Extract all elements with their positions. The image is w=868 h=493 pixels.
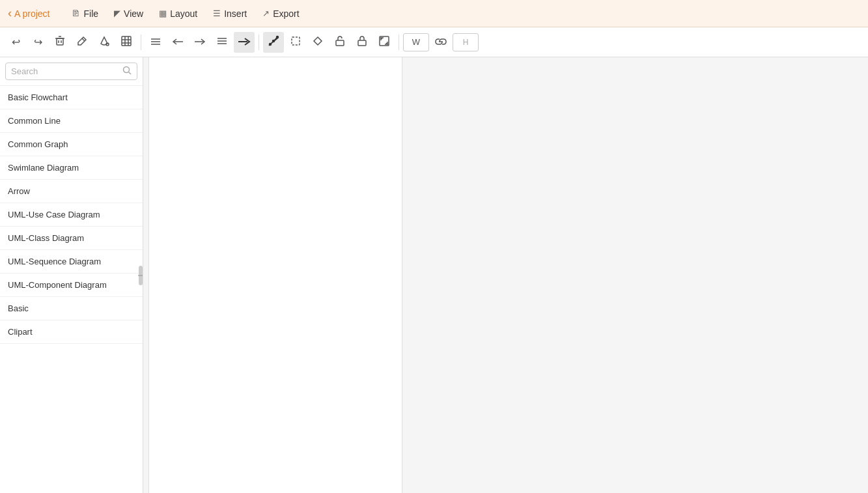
svg-rect-25 [336, 40, 344, 46]
menu-insert[interactable]: ☰ Insert [206, 6, 253, 21]
svg-rect-0 [57, 38, 63, 45]
fill-button[interactable] [94, 32, 115, 53]
menu-export-label: Export [273, 8, 299, 19]
arrow-right-bold-icon [237, 36, 251, 48]
pen-tool-icon [268, 35, 279, 49]
svg-rect-7 [122, 36, 131, 46]
selection-icon [290, 36, 301, 49]
sidebar-item-common-graph[interactable]: Common Graph [0, 133, 143, 156]
layout-icon: ▦ [159, 8, 167, 18]
menu-file[interactable]: 🖹 File [65, 6, 105, 21]
undo-icon: ↩ [12, 36, 20, 48]
sidebar-item-swimlane-diagram[interactable]: Swimlane Diagram [0, 156, 143, 180]
separator-2 [259, 35, 259, 50]
canvas-area[interactable] [143, 57, 868, 493]
project-title: A project [14, 8, 49, 19]
menu-view[interactable]: ◤ View [107, 6, 150, 21]
fill-icon [99, 36, 109, 49]
link-icon [435, 36, 447, 48]
svg-point-22 [270, 43, 272, 45]
back-chevron-icon: ‹ [8, 7, 12, 20]
selection-button[interactable] [285, 32, 306, 53]
height-input[interactable]: H [453, 33, 479, 51]
menu-bar: 🖹 File ◤ View ▦ Layout ☰ Insert ↗ Export [65, 6, 305, 21]
arrow-right-icon [193, 36, 206, 48]
search-box[interactable] [5, 63, 137, 80]
canvas-page [148, 57, 402, 493]
lock-open-icon [335, 36, 344, 49]
sidebar: Basic Flowchart Common Line Common Graph… [0, 57, 143, 493]
sidebar-item-uml-sequence[interactable]: UML-Sequence Diagram [0, 250, 143, 274]
top-menu-bar: ‹ A project 🖹 File ◤ View ▦ Layout ☰ Ins… [0, 0, 868, 27]
menu-view-label: View [124, 8, 143, 19]
file-icon: 🖹 [72, 8, 80, 18]
arrow-right-bold-button[interactable] [234, 32, 255, 53]
lock-open-button[interactable] [329, 32, 350, 53]
sidebar-item-uml-use-case[interactable]: UML-Use Case Diagram [0, 203, 143, 227]
back-button[interactable]: ‹ A project [8, 7, 49, 20]
table-button[interactable] [116, 32, 137, 53]
width-input[interactable]: W [403, 33, 429, 51]
toolbar: ↩ ↪ [0, 27, 868, 57]
menu-layout[interactable]: ▦ Layout [152, 6, 204, 21]
svg-line-30 [129, 72, 132, 75]
brush-icon [77, 36, 87, 49]
sidebar-item-basic[interactable]: Basic [0, 297, 143, 320]
svg-line-5 [82, 38, 85, 41]
redo-icon: ↪ [34, 36, 42, 48]
svg-point-29 [124, 67, 130, 73]
arrow-left-button[interactable] [167, 32, 188, 53]
brush-button[interactable] [72, 32, 92, 53]
sidebar-item-clipart[interactable]: Clipart [0, 320, 143, 344]
erase-button[interactable] [307, 32, 328, 53]
sidebar-item-basic-flowchart[interactable]: Basic Flowchart [0, 86, 143, 109]
insert-icon: ☰ [213, 8, 221, 18]
delete-button[interactable] [49, 32, 70, 53]
lock-closed-button[interactable] [352, 32, 372, 53]
main-content: Basic Flowchart Common Line Common Graph… [0, 57, 868, 493]
svg-point-23 [273, 40, 275, 42]
svg-rect-24 [292, 37, 300, 45]
menu-file-label: File [83, 8, 98, 19]
sidebar-item-uml-component[interactable]: UML-Component Diagram [0, 274, 143, 297]
lines-button[interactable] [145, 32, 166, 53]
expand-icon [379, 36, 389, 49]
lines-icon [150, 36, 161, 49]
lock-closed-icon [357, 36, 367, 49]
view-icon: ◤ [114, 8, 120, 18]
sidebar-item-common-line[interactable]: Common Line [0, 109, 143, 133]
arrow-right-button[interactable] [189, 32, 210, 53]
pen-tool-button[interactable] [263, 32, 284, 53]
erase-icon [313, 36, 323, 49]
separator-1 [141, 35, 141, 50]
height-label: H [463, 38, 469, 47]
search-container [0, 57, 143, 86]
separator-3 [399, 35, 399, 50]
redo-button[interactable]: ↪ [27, 32, 48, 53]
sidebar-item-arrow[interactable]: Arrow [0, 180, 143, 203]
arrow-left-icon [171, 36, 184, 48]
delete-icon [55, 36, 65, 49]
expand-button[interactable] [374, 32, 395, 53]
svg-point-6 [106, 43, 109, 46]
width-label: W [412, 37, 420, 47]
undo-button[interactable]: ↩ [5, 32, 26, 53]
search-icon [122, 66, 132, 77]
sidebar-resize-handle[interactable]: || [139, 266, 143, 285]
export-icon: ↗ [262, 8, 270, 18]
svg-point-21 [277, 36, 279, 38]
menu-layout-label: Layout [170, 8, 197, 19]
triple-lines-icon [217, 36, 227, 49]
svg-rect-26 [358, 40, 366, 46]
search-input[interactable] [11, 66, 122, 76]
menu-insert-label: Insert [224, 8, 247, 19]
sidebar-item-uml-class[interactable]: UML-Class Diagram [0, 227, 143, 250]
menu-export[interactable]: ↗ Export [256, 6, 305, 21]
table-icon [121, 36, 132, 49]
triple-lines-button[interactable] [212, 32, 232, 53]
link-button[interactable] [430, 32, 451, 53]
